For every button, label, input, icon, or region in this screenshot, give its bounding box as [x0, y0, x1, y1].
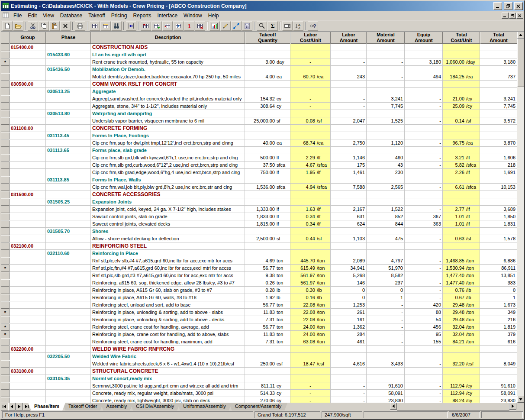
equip-amount-cell[interactable]: - [405, 360, 443, 368]
phase-cell[interactable] [46, 272, 91, 279]
phase-cell[interactable]: 015436.50 [46, 66, 91, 73]
total-cost-unit-cell[interactable]: 2.77/lf [443, 206, 480, 213]
group-cell[interactable] [10, 198, 46, 206]
row-marker[interactable] [1, 176, 10, 184]
takeoff-quantity-cell[interactable]: 1,333.00lf [245, 206, 290, 213]
group-cell[interactable]: 030500.00 [10, 81, 46, 88]
phase-cell[interactable] [46, 154, 91, 162]
labor-cost-unit-cell[interactable]: 0.44/sf [290, 235, 331, 242]
labor-amount-cell[interactable]: 261 [331, 309, 367, 316]
group-cell[interactable] [10, 132, 46, 139]
phase-cell[interactable] [46, 279, 91, 287]
tab-uniformat-assembly[interactable]: Uniformat/Assembly [177, 403, 232, 410]
total-amount-cell[interactable] [480, 125, 517, 132]
description-cell[interactable]: Reinforcing steel, crane cost for handli… [91, 338, 245, 346]
total-amount-cell[interactable]: 58,091 [480, 390, 517, 397]
material-amount-cell[interactable] [367, 132, 405, 139]
equip-amount-cell[interactable]: - [405, 294, 443, 301]
labor-cost-unit-cell[interactable] [290, 66, 331, 73]
description-cell[interactable]: Shores [91, 228, 245, 235]
tab-component-assembly[interactable]: Component/Assembly [229, 403, 288, 410]
material-amount-cell[interactable]: 0 [367, 287, 405, 294]
description-cell[interactable]: Aggregt,sand,washed,for concrete,loaded … [91, 95, 245, 103]
phase-cell[interactable] [46, 139, 91, 147]
total-amount-cell[interactable]: 91,610 [480, 382, 517, 390]
combo-box-icon[interactable] [282, 21, 293, 31]
labor-amount-cell[interactable]: 1,103 [331, 235, 367, 242]
labor-amount-cell[interactable] [331, 198, 367, 206]
material-amount-cell[interactable] [367, 66, 405, 73]
column-header-total-cost-unit[interactable]: Total Cost/Unit [443, 32, 480, 44]
horizontal-scrollbar[interactable] [390, 403, 516, 410]
menu-edit[interactable]: Edit [25, 12, 40, 19]
zoom-icon[interactable] [257, 21, 267, 31]
vertical-scrollbar[interactable] [517, 32, 524, 403]
total-cost-unit-cell[interactable]: 112.94/cy [443, 390, 480, 397]
group-cell[interactable] [10, 360, 46, 368]
material-amount-cell[interactable] [367, 81, 405, 88]
equip-amount-cell[interactable] [405, 110, 443, 117]
row-marker[interactable] [1, 375, 10, 382]
takeoff-quantity-cell[interactable] [245, 228, 290, 235]
labor-cost-unit-cell[interactable]: 561.97/ton [290, 279, 331, 287]
labor-cost-unit-cell[interactable] [290, 125, 331, 132]
material-amount-cell[interactable] [367, 110, 405, 117]
equip-amount-cell[interactable]: - [405, 117, 443, 125]
takeoff-quantity-cell[interactable]: 500.00lf [245, 154, 290, 162]
material-amount-cell[interactable]: 58,091 [367, 390, 405, 397]
material-amount-cell[interactable]: 23,830 [367, 397, 405, 403]
group-cell[interactable] [10, 220, 46, 228]
description-cell[interactable]: Cip cnc frm,slb grad,edge,wood,6"hg,4 us… [91, 169, 245, 176]
labor-amount-cell[interactable] [331, 44, 367, 51]
row-marker[interactable] [1, 242, 10, 250]
total-cost-unit-cell[interactable] [443, 242, 480, 250]
mdi-restore-button[interactable] [509, 13, 516, 19]
group-cell[interactable] [10, 382, 46, 390]
group-cell[interactable] [10, 95, 46, 103]
total-cost-unit-cell[interactable] [443, 147, 480, 154]
total-amount-cell[interactable]: 3,689 [480, 206, 517, 213]
labor-cost-unit-cell[interactable]: - [290, 103, 331, 110]
equip-amount-cell[interactable] [405, 346, 443, 353]
row-marker[interactable] [1, 81, 10, 88]
total-amount-cell[interactable] [480, 242, 517, 250]
row-marker[interactable]: * [1, 309, 10, 316]
equip-amount-cell[interactable]: - [405, 169, 443, 176]
material-amount-cell[interactable]: - [367, 301, 405, 309]
phase-cell[interactable]: 031113.65 [46, 147, 91, 154]
labor-cost-unit-cell[interactable]: 22.08/ton [290, 309, 331, 316]
row-marker[interactable] [1, 103, 10, 110]
description-cell[interactable]: Underslab vapor barrier, visqueen membra… [91, 117, 245, 125]
material-amount-cell[interactable]: 51,970 [367, 265, 405, 272]
total-cost-unit-cell[interactable] [443, 51, 480, 58]
phase-cell[interactable]: 015433.60 [46, 51, 91, 58]
description-cell[interactable]: CONSTRUCTION AIDS [91, 44, 245, 51]
row-marker[interactable] [1, 125, 10, 132]
phase-cell[interactable] [46, 184, 91, 191]
phase-cell[interactable]: 031113.85 [46, 176, 91, 184]
group-cell[interactable] [10, 73, 46, 81]
description-cell[interactable]: Reinforcing in place, crane cost for han… [91, 331, 245, 338]
takeoff-quantity-cell[interactable]: 750.00lf [245, 169, 290, 176]
row-marker[interactable] [1, 169, 10, 176]
total-amount-cell[interactable] [480, 88, 517, 95]
group-cell[interactable] [10, 338, 46, 346]
labor-cost-unit-cell[interactable] [290, 353, 331, 360]
material-amount-cell[interactable]: - [367, 309, 405, 316]
total-cost-unit-cell[interactable]: 1,477.40/ton [443, 272, 480, 279]
phase-cell[interactable]: 032205.50 [46, 353, 91, 360]
material-amount-cell[interactable] [367, 346, 405, 353]
material-amount-cell[interactable]: 1,525 [367, 117, 405, 125]
labor-cost-unit-cell[interactable]: 22.08/ton [290, 316, 331, 323]
labor-amount-cell[interactable]: - [331, 103, 367, 110]
equip-amount-cell[interactable] [405, 198, 443, 206]
labor-cost-unit-cell[interactable] [290, 191, 331, 198]
total-amount-cell[interactable]: 8,049 [480, 360, 517, 368]
total-amount-cell[interactable]: 379 [480, 331, 517, 338]
total-cost-unit-cell[interactable]: 0.63/sf [443, 235, 480, 242]
total-cost-unit-cell[interactable] [443, 375, 480, 382]
row-marker[interactable] [1, 191, 10, 198]
phase-cell[interactable] [46, 206, 91, 213]
material-amount-cell[interactable]: 852 [367, 213, 405, 220]
group-cell[interactable]: 033100.00 [10, 368, 46, 375]
